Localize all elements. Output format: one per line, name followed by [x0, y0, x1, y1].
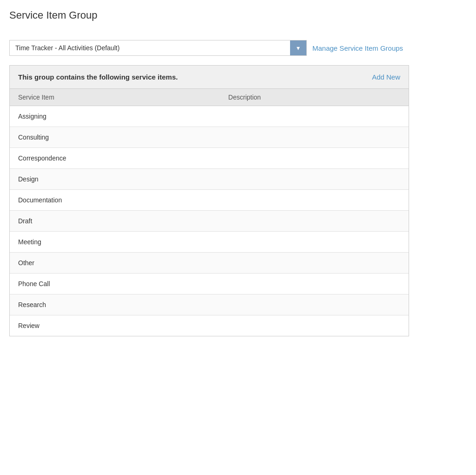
table-row: Other: [10, 253, 409, 274]
table-body: AssigningConsultingCorrespondenceDesignD…: [10, 106, 409, 336]
table-row: Documentation: [10, 190, 409, 211]
column-header-service-item: Service Item: [18, 94, 228, 101]
row-service-item: Meeting: [18, 238, 228, 246]
row-service-item: Design: [18, 175, 228, 183]
page-title: Service Item Group: [9, 9, 467, 26]
table-row: Correspondence: [10, 148, 409, 169]
table-row: Meeting: [10, 232, 409, 253]
table-row: Research: [10, 294, 409, 315]
row-service-item: Documentation: [18, 196, 228, 204]
row-service-item: Phone Call: [18, 280, 228, 288]
row-service-item: Other: [18, 259, 228, 267]
controls-row: Time Tracker - All Activities (Default) …: [9, 40, 467, 56]
content-panel: This group contains the following servic…: [9, 65, 409, 336]
row-service-item: Consulting: [18, 134, 228, 141]
table-row: Consulting: [10, 127, 409, 148]
row-service-item: Review: [18, 322, 228, 329]
column-header-description: Description: [228, 94, 400, 101]
table-row: Design: [10, 169, 409, 190]
dropdown-toggle-button[interactable]: ▾: [290, 40, 306, 55]
manage-service-item-groups-link[interactable]: Manage Service Item Groups: [312, 44, 403, 52]
row-service-item: Research: [18, 301, 228, 308]
table-row: Draft: [10, 211, 409, 232]
group-dropdown[interactable]: Time Tracker - All Activities (Default) …: [9, 40, 307, 56]
table-row: Phone Call: [10, 274, 409, 294]
panel-header-title: This group contains the following servic…: [18, 73, 178, 81]
table-row: Assigning: [10, 106, 409, 127]
panel-header: This group contains the following servic…: [10, 66, 409, 89]
row-service-item: Draft: [18, 217, 228, 225]
row-service-item: Correspondence: [18, 154, 228, 162]
table-header: Service Item Description: [10, 89, 409, 106]
row-service-item: Assigning: [18, 113, 228, 120]
chevron-down-icon: ▾: [297, 44, 300, 52]
add-new-link[interactable]: Add New: [372, 73, 400, 81]
dropdown-selected-value: Time Tracker - All Activities (Default): [10, 40, 290, 55]
table-row: Review: [10, 315, 409, 336]
